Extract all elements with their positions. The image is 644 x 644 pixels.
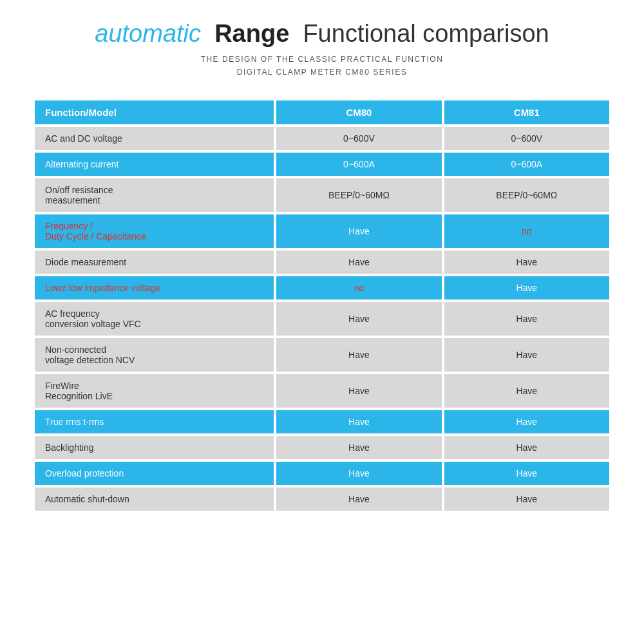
table-row-ac-dc-voltage: AC and DC voltage0~600V0~600V <box>35 127 609 150</box>
table-row-overload: Overload protectionHaveHave <box>35 462 609 485</box>
cell-function-diode: Diode measurement <box>35 251 274 274</box>
cell-cm80-backlighting: Have <box>276 436 441 459</box>
cell-function-frequency: Frequency /Duty Cycle / Capacitance <box>35 214 274 248</box>
cell-cm80-diode: Have <box>276 251 441 274</box>
title-area: automatic Range Functional comparison TH… <box>95 19 549 79</box>
table-row-frequency: Frequency /Duty Cycle / CapacitanceHaven… <box>35 214 609 248</box>
cell-cm81-frequency: no <box>444 214 609 248</box>
title-functional: Functional comparison <box>303 20 549 47</box>
cell-cm81-diode: Have <box>444 251 609 274</box>
cell-cm80-lowz: no <box>276 276 441 299</box>
cell-cm81-true-rms: Have <box>444 410 609 433</box>
cell-cm80-resistance: BEEP/0~60MΩ <box>276 178 441 212</box>
cell-function-overload: Overload protection <box>35 462 274 485</box>
cell-cm81-alternating-current: 0~600A <box>444 153 609 176</box>
title-auto: automatic <box>95 20 201 47</box>
cell-function-backlighting: Backlighting <box>35 436 274 459</box>
cell-cm80-ac-dc-voltage: 0~600V <box>276 127 441 150</box>
cell-cm80-alternating-current: 0~600A <box>276 153 441 176</box>
cell-cm80-true-rms: Have <box>276 410 441 433</box>
cell-cm81-resistance: BEEP/0~60MΩ <box>444 178 609 212</box>
table-row-diode: Diode measurementHaveHave <box>35 251 609 274</box>
col-header-cm80: CM80 <box>276 100 441 124</box>
col-header-cm81: CM81 <box>444 100 609 124</box>
cell-cm80-ncv: Have <box>276 338 441 372</box>
cell-cm80-ac-freq: Have <box>276 302 441 336</box>
cell-cm81-overload: Have <box>444 462 609 485</box>
cell-cm81-backlighting: Have <box>444 436 609 459</box>
cell-cm81-ac-freq: Have <box>444 302 609 336</box>
table-row-backlighting: BacklightingHaveHave <box>35 436 609 459</box>
main-title: automatic Range Functional comparison <box>95 19 549 49</box>
cell-cm81-ac-dc-voltage: 0~600V <box>444 127 609 150</box>
table-row-shutdown: Automatic shut-downHaveHave <box>35 488 609 511</box>
cell-cm81-firewire: Have <box>444 374 609 408</box>
cell-function-resistance: On/off resistancemeasurement <box>35 178 274 212</box>
col-header-function: Function/Model <box>35 100 274 124</box>
cell-cm80-frequency: Have <box>276 214 441 248</box>
cell-function-ac-freq: AC frequencyconversion voltage VFC <box>35 302 274 336</box>
cell-function-true-rms: True rms t-rms <box>35 410 274 433</box>
table-row-true-rms: True rms t-rmsHaveHave <box>35 410 609 433</box>
cell-cm81-lowz: Have <box>444 276 609 299</box>
table-row-alternating-current: Alternating current0~600A0~600A <box>35 153 609 176</box>
table-row-resistance: On/off resistancemeasurementBEEP/0~60MΩB… <box>35 178 609 212</box>
table-row-firewire: FireWireRecognition LivEHaveHave <box>35 374 609 408</box>
cell-function-alternating-current: Alternating current <box>35 153 274 176</box>
cell-cm80-shutdown: Have <box>276 488 441 511</box>
table-row-ncv: Non-connectedvoltage detection NCVHaveHa… <box>35 338 609 372</box>
cell-function-firewire: FireWireRecognition LivE <box>35 374 274 408</box>
table-row-lowz: Lowz low impedance voltagenoHave <box>35 276 609 299</box>
cell-cm81-shutdown: Have <box>444 488 609 511</box>
page: automatic Range Functional comparison TH… <box>0 0 644 644</box>
cell-cm80-overload: Have <box>276 462 441 485</box>
cell-cm80-firewire: Have <box>276 374 441 408</box>
title-range: Range <box>214 20 289 47</box>
cell-function-ncv: Non-connectedvoltage detection NCV <box>35 338 274 372</box>
comparison-table: Function/Model CM80 CM81 AC and DC volta… <box>32 98 612 513</box>
cell-function-ac-dc-voltage: AC and DC voltage <box>35 127 274 150</box>
cell-function-shutdown: Automatic shut-down <box>35 488 274 511</box>
table-header-row: Function/Model CM80 CM81 <box>35 100 609 124</box>
cell-function-lowz: Lowz low impedance voltage <box>35 276 274 299</box>
table-container: Function/Model CM80 CM81 AC and DC volta… <box>32 98 612 513</box>
subtitle: THE DESIGN OF THE CLASSIC PRACTICAL FUNC… <box>95 53 549 79</box>
cell-cm81-ncv: Have <box>444 338 609 372</box>
table-row-ac-freq: AC frequencyconversion voltage VFCHaveHa… <box>35 302 609 336</box>
